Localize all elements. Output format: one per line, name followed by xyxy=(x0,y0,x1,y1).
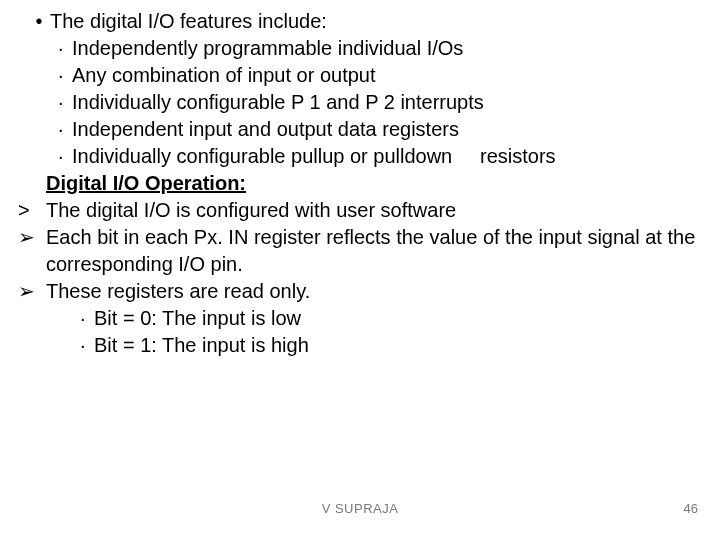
heading-text: Digital I/O Operation: xyxy=(46,170,702,197)
text-line: These registers are read only. xyxy=(46,278,702,305)
text-line: The digital I/O features include: xyxy=(50,8,702,35)
bullet-middot-icon: · xyxy=(80,305,94,332)
list-item: · Bit = 0: The input is low xyxy=(18,305,702,332)
bullet-middot-icon: · xyxy=(58,116,72,143)
footer-page-number: 46 xyxy=(684,501,698,516)
bullet-middot-icon: · xyxy=(58,62,72,89)
text-line: Independently programmable individual I/… xyxy=(72,35,702,62)
text-line: Individually configurable P 1 and P 2 in… xyxy=(72,89,702,116)
text-line: Independent input and output data regist… xyxy=(72,116,702,143)
list-item: · Bit = 1: The input is high xyxy=(18,332,702,359)
list-item: ➢ Each bit in each Px. IN register refle… xyxy=(18,224,702,278)
text-line: Bit = 0: The input is low xyxy=(94,305,702,332)
bullet-angle-icon: > xyxy=(18,197,46,224)
text-line: Any combination of input or output xyxy=(72,62,702,89)
bullet-middot-icon: · xyxy=(58,143,72,170)
text-line: Each bit in each Px. IN register reflect… xyxy=(46,224,702,278)
spacer xyxy=(18,170,46,197)
footer-author: V SUPRAJA xyxy=(0,501,720,516)
slide-content: • The digital I/O features include: · In… xyxy=(18,8,702,359)
text-fragment: Individually configurable pullup or pull… xyxy=(72,145,452,167)
text-line: Individually configurable pullup or pull… xyxy=(72,143,702,170)
bullet-dot-icon: • xyxy=(28,8,50,35)
bullet-arrow-icon: ➢ xyxy=(18,278,46,305)
list-item: · Independent input and output data regi… xyxy=(18,116,702,143)
list-item: ➢ These registers are read only. xyxy=(18,278,702,305)
text-line: The digital I/O is configured with user … xyxy=(46,197,702,224)
bullet-middot-icon: · xyxy=(80,332,94,359)
list-item: > The digital I/O is configured with use… xyxy=(18,197,702,224)
text-fragment: resistors xyxy=(480,145,556,167)
bullet-middot-icon: · xyxy=(58,89,72,116)
list-item: · Individually configurable pullup or pu… xyxy=(18,143,702,170)
slide: • The digital I/O features include: · In… xyxy=(0,0,720,540)
list-item: • The digital I/O features include: xyxy=(18,8,702,35)
list-item: · Independently programmable individual … xyxy=(18,35,702,62)
text-line: Bit = 1: The input is high xyxy=(94,332,702,359)
list-item: · Any combination of input or output xyxy=(18,62,702,89)
bullet-arrow-icon: ➢ xyxy=(18,224,46,278)
bullet-middot-icon: · xyxy=(58,35,72,62)
section-heading: Digital I/O Operation: xyxy=(18,170,702,197)
list-item: · Individually configurable P 1 and P 2 … xyxy=(18,89,702,116)
